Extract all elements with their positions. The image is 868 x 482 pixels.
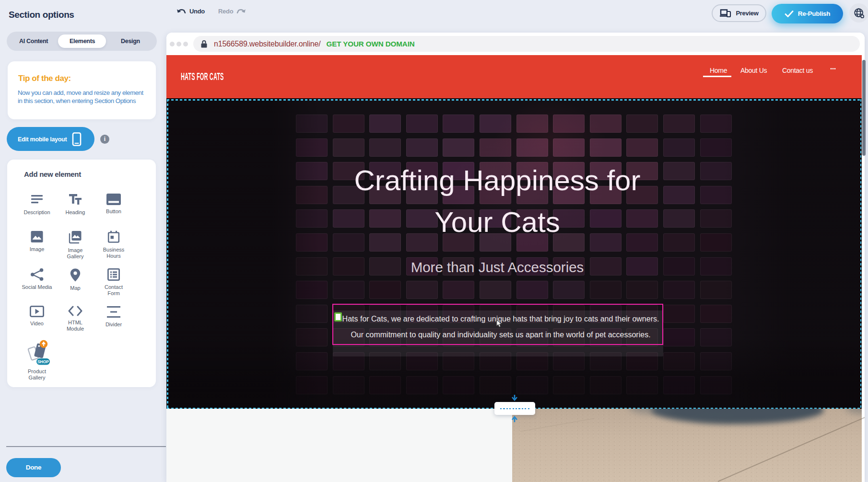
svg-text:SHOP: SHOP — [37, 359, 49, 364]
